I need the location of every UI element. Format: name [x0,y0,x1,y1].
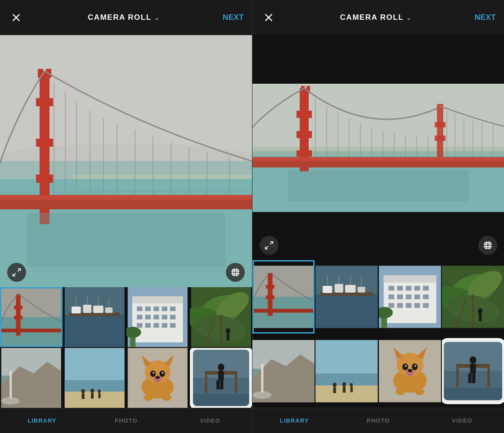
svg-rect-191 [423,286,428,291]
svg-point-83 [225,328,230,334]
right-preview-area [252,35,504,260]
svg-rect-60 [145,307,151,311]
svg-rect-98 [98,393,100,398]
right-tab-video[interactable]: VIDEO [420,408,504,433]
svg-rect-177 [335,284,343,293]
left-next-button[interactable]: NEXT [223,13,244,22]
svg-rect-69 [137,323,142,328]
svg-rect-66 [153,315,159,319]
right-next-button[interactable]: NEXT [475,13,496,22]
svg-rect-138 [435,135,446,141]
right-thumb-4[interactable] [442,260,504,334]
right-expand-button[interactable] [260,236,279,255]
right-title: CAMERA ROLL [340,13,404,22]
svg-rect-44 [1,329,61,332]
svg-rect-188 [397,286,403,291]
svg-point-217 [252,391,272,399]
left-crop-button[interactable] [226,263,245,282]
left-camera-roll-dropdown[interactable]: CAMERA ROLL ⌄ [88,13,159,22]
svg-rect-127 [252,147,504,156]
svg-rect-222 [333,388,336,393]
svg-rect-196 [423,294,428,299]
left-title: CAMERA ROLL [88,13,151,22]
svg-rect-136 [437,104,443,162]
right-panel: CAMERA ROLL ⌄ NEXT [252,0,504,433]
svg-rect-49 [83,305,91,313]
svg-rect-50 [93,306,104,313]
svg-rect-120 [220,380,223,389]
right-thumb-8[interactable] [442,334,504,408]
svg-point-225 [350,383,353,387]
right-crop-button[interactable] [478,236,497,255]
svg-rect-189 [405,286,411,291]
svg-rect-171 [266,295,274,299]
svg-rect-226 [351,387,353,392]
svg-rect-71 [153,323,159,328]
right-tab-library[interactable]: LIBRARY [252,408,336,433]
left-thumb-5[interactable] [0,348,63,408]
crop-icon-right [483,240,493,250]
svg-rect-162 [485,243,491,248]
svg-point-236 [414,365,416,367]
svg-rect-64 [137,315,142,319]
svg-rect-200 [414,303,420,308]
left-thumb-1[interactable] [0,287,63,347]
left-tab-library[interactable]: LIBRARY [0,408,84,433]
right-video-label: VIDEO [452,417,472,424]
svg-point-97 [98,389,100,393]
left-tab-video[interactable]: VIDEO [168,408,252,433]
right-camera-roll-dropdown[interactable]: CAMERA ROLL ⌄ [340,13,411,22]
left-thumb-4[interactable] [190,287,252,347]
left-thumb-2[interactable] [63,287,126,347]
close-icon-right [264,13,274,23]
right-photo-label: PHOTO [367,417,390,424]
svg-rect-12 [36,139,53,147]
right-thumb-2[interactable] [315,260,378,334]
right-thumb-1[interactable] [252,260,315,334]
left-photo-label: PHOTO [115,417,138,424]
right-thumb-3[interactable] [379,260,441,334]
left-panel: CAMERA ROLL ⌄ NEXT [0,0,252,433]
svg-rect-91 [64,380,124,392]
svg-rect-84 [226,334,229,340]
svg-rect-118 [218,371,224,380]
left-thumb-8[interactable] [190,348,252,408]
svg-point-221 [333,383,337,388]
left-thumb-6[interactable] [63,348,126,408]
right-close-button[interactable] [261,9,277,26]
svg-rect-179 [358,287,365,293]
svg-rect-92 [64,392,124,408]
svg-rect-121 [191,394,251,408]
svg-rect-13 [36,175,53,183]
svg-rect-70 [145,323,151,328]
svg-rect-59 [137,307,142,311]
svg-rect-88 [9,371,12,398]
svg-rect-63 [170,307,176,311]
svg-rect-34 [233,270,238,275]
svg-point-89 [1,397,20,404]
svg-rect-132 [297,131,312,138]
svg-rect-115 [205,374,207,393]
svg-rect-119 [216,380,220,389]
left-tab-photo[interactable]: PHOTO [84,408,168,433]
svg-rect-31 [27,213,225,267]
right-preview-controls [252,236,504,255]
left-thumb-3[interactable] [126,287,189,347]
left-library-label: LIBRARY [27,417,56,424]
svg-rect-248 [472,374,475,383]
svg-point-93 [81,389,85,393]
left-thumb-7[interactable] [126,348,189,408]
svg-rect-30 [0,196,252,198]
right-chevron-down-icon: ⌄ [406,14,411,21]
svg-rect-201 [423,303,428,308]
left-close-button[interactable] [8,9,24,26]
right-thumb-7[interactable] [379,334,441,408]
right-tab-photo[interactable]: PHOTO [336,408,420,433]
left-expand-button[interactable] [7,263,26,282]
svg-rect-219 [315,374,378,386]
svg-rect-72 [162,323,167,328]
right-thumb-5[interactable] [252,334,315,408]
svg-rect-170 [266,285,274,289]
right-thumb-6[interactable] [315,334,378,408]
svg-rect-216 [261,364,263,393]
